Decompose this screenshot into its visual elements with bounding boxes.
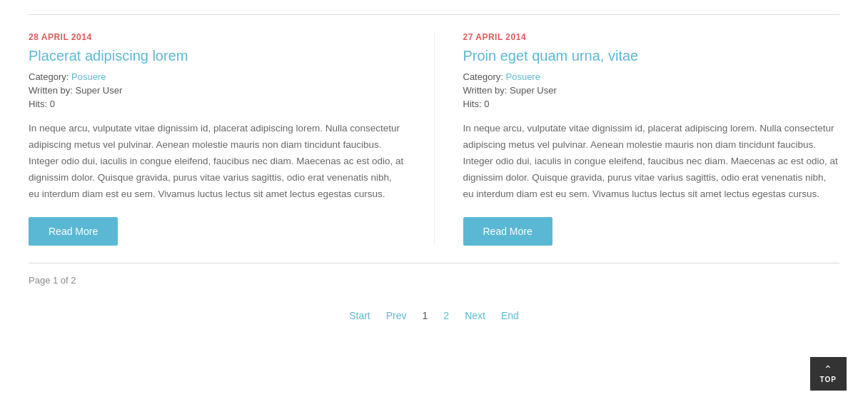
article-right: 27 APRIL 2014 Proin eget quam urna, vita… (463, 32, 840, 246)
article-left-written-by: Written by: Super User (29, 85, 405, 96)
pagination-page2[interactable]: 2 (439, 307, 453, 324)
article-right-body: In neque arcu, vulputate vitae dignissim… (463, 121, 840, 203)
pagination-prev[interactable]: Prev (382, 307, 411, 324)
back-to-top-button[interactable]: ⌃ TOP (810, 357, 847, 360)
pagination-start[interactable]: Start (345, 307, 375, 324)
pagination-page1: 1 (418, 307, 433, 324)
article-right-category: Category: Posuere (463, 71, 840, 82)
article-left-date: 28 APRIL 2014 (29, 32, 405, 42)
article-right-hits: Hits: 0 (463, 99, 840, 109)
article-left: 28 APRIL 2014 Placerat adipiscing lorem … (29, 32, 435, 246)
article-right-date: 27 APRIL 2014 (463, 32, 840, 42)
article-left-body: In neque arcu, vulputate vitae dignissim… (29, 121, 405, 203)
article-right-written-by: Written by: Super User (463, 85, 840, 96)
article-right-read-more[interactable]: Read More (463, 217, 552, 246)
pagination-end[interactable]: End (497, 307, 523, 324)
article-right-title: Proin eget quam urna, vitae (463, 48, 840, 64)
article-left-hits: Hits: 0 (29, 99, 405, 109)
top-divider (29, 14, 839, 15)
article-left-category: Category: Posuere (29, 71, 405, 82)
article-left-title: Placerat adipiscing lorem (29, 48, 405, 64)
pagination-next[interactable]: Next (460, 307, 490, 324)
articles-grid: 28 APRIL 2014 Placerat adipiscing lorem … (29, 32, 839, 246)
article-right-category-link[interactable]: Posuere (506, 71, 540, 82)
pagination: Start Prev 1 2 Next End (29, 300, 839, 346)
page-info: Page 1 of 2 (29, 275, 839, 286)
article-left-category-link[interactable]: Posuere (71, 71, 106, 82)
bottom-divider (29, 263, 839, 263)
article-left-read-more[interactable]: Read More (29, 217, 118, 246)
